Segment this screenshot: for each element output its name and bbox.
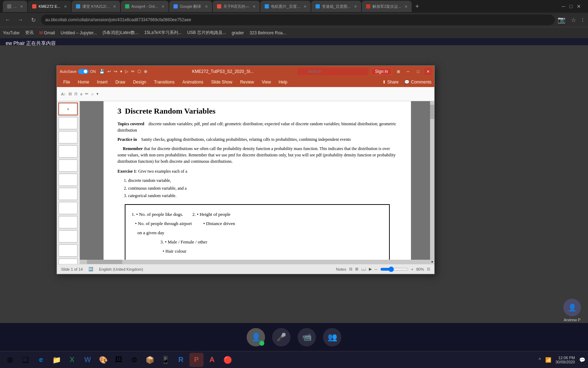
system-expand-icon[interactable]: ^ <box>539 357 541 363</box>
app2-button[interactable]: 📦 <box>143 353 157 367</box>
tab-close-2[interactable]: ✕ <box>64 5 67 8</box>
tab-1[interactable]: ... ✕ <box>3 1 27 12</box>
powerpoint-button[interactable]: P <box>189 353 204 367</box>
slide-thumb-8[interactable] <box>58 202 78 214</box>
maximize-browser[interactable]: □ <box>568 4 574 9</box>
ribbon-tool-6[interactable]: ○ <box>90 92 95 96</box>
tab-8[interactable]: 变速箱_百度图... ✕ <box>311 1 361 12</box>
bookmark-grader[interactable]: grader <box>232 30 244 35</box>
tab-close-4[interactable]: ✕ <box>161 5 164 8</box>
tab-close-5[interactable]: ✕ <box>205 5 208 8</box>
ribbon-tool-4[interactable]: ≡ <box>79 92 84 96</box>
tab-3[interactable]: 课堂 KYA212/... ✕ <box>72 1 120 12</box>
microphone-button[interactable]: 🎤 <box>272 328 290 346</box>
comments-button[interactable]: 💬 Comments <box>404 80 431 85</box>
presenter-view-icon[interactable]: ▶ <box>369 267 372 271</box>
present-icon[interactable]: ▷ <box>124 68 129 75</box>
bookmark-star-icon[interactable]: ☆ <box>571 17 576 23</box>
save-icon[interactable]: 💾 <box>99 68 105 75</box>
photos-button[interactable]: 🖼 <box>112 353 126 367</box>
pen-icon[interactable]: ✏ <box>130 68 135 75</box>
network-icon[interactable]: 📶 <box>545 357 551 363</box>
tab-close-6[interactable]: ✕ <box>253 5 255 8</box>
redo-icon[interactable]: ↪ <box>113 68 118 75</box>
new-tab-button[interactable]: + <box>412 3 422 10</box>
slide-thumb-3[interactable] <box>58 131 78 144</box>
tab-close-3[interactable]: ✕ <box>113 5 116 8</box>
ribbon-tool-2[interactable]: ⊟ <box>67 92 73 96</box>
tab-7[interactable]: 电机图片_百度... ✕ <box>260 1 310 12</box>
files-button[interactable]: 📁 <box>49 353 64 367</box>
ribbon-tab-file[interactable]: File <box>60 78 74 86</box>
task-view-button[interactable]: ❑ <box>18 353 33 367</box>
close-browser[interactable]: ✕ <box>575 4 582 9</box>
ribbon-tab-draw[interactable]: Draw <box>112 78 129 86</box>
ppt-search-input[interactable] <box>298 68 368 75</box>
horizontal-scrollbar[interactable] <box>80 260 430 264</box>
ribbon-tab-help[interactable]: Help <box>275 78 291 86</box>
bookmark-latex1[interactable]: (5条消息)Latex数... <box>102 30 139 36</box>
ribbon-tab-design[interactable]: Design <box>129 78 149 86</box>
signin-button[interactable]: Sign in <box>371 68 392 75</box>
ribbon-tool-5[interactable]: ✏ <box>84 92 90 96</box>
ppt-minimize-button[interactable]: ─ <box>405 68 412 75</box>
grid-view-icon[interactable]: ⊞ <box>355 267 358 271</box>
slide-canvas-area[interactable]: 3 Discrete Random Variables Topics cover… <box>80 101 434 264</box>
andrew-avatar[interactable]: 👤 Andrew P <box>563 299 581 322</box>
ribbon-tab-review[interactable]: Review <box>236 78 257 86</box>
tab-close-8[interactable]: ✕ <box>354 5 357 8</box>
start-button[interactable]: ⊞ <box>3 353 17 367</box>
scroll-down-arrow[interactable]: ▼ <box>430 260 434 264</box>
slide-thumb-5[interactable] <box>58 159 78 172</box>
ribbon-tool-1[interactable]: A↑ <box>60 92 67 96</box>
forward-button[interactable]: → <box>16 15 25 25</box>
slide-thumb-9[interactable] <box>58 216 78 229</box>
camera-toggle-button[interactable]: 📹 <box>298 328 316 346</box>
slide-thumb-2[interactable] <box>58 117 78 130</box>
ribbon-tab-slideshow[interactable]: Slide Show <box>207 78 236 86</box>
expand-icon[interactable]: ⊕ <box>143 68 148 75</box>
slide-thumb-1[interactable]: 3 <box>58 103 78 115</box>
bookmark-youtube[interactable]: YouTube <box>3 30 19 35</box>
back-button[interactable]: ← <box>3 15 13 25</box>
tab-close-9[interactable]: ✕ <box>405 5 407 8</box>
notes-button[interactable]: Notes <box>336 267 346 271</box>
bookmark-gmail[interactable]: M Gmail <box>39 30 55 35</box>
ribbon-tab-insert[interactable]: Insert <box>93 78 111 86</box>
bookmark-belmore[interactable]: 323 Belmore Roa... <box>249 30 286 35</box>
undo-icon[interactable]: ↩ <box>107 68 112 75</box>
user-profile-button[interactable]: 👤 <box>247 328 265 346</box>
scrollbar-thumb-h[interactable] <box>87 260 122 264</box>
ribbon-tool-3[interactable]: Π <box>73 92 79 96</box>
camera-icon[interactable]: 📷 <box>558 16 565 24</box>
r-button[interactable]: R <box>174 353 188 367</box>
settings-icon[interactable]: ⋮ <box>580 17 585 23</box>
slide-thumb-11[interactable] <box>58 244 78 257</box>
slide-thumb-4[interactable] <box>58 145 78 158</box>
bookmark-news[interactable]: 资讯 <box>25 30 34 36</box>
slide-thumbnails-panel[interactable]: 1 3 2 3 4 5 <box>57 101 80 264</box>
tab-9[interactable]: 解放军2架次运... ✕ <box>362 1 412 12</box>
shapes-icon[interactable]: ⬡ <box>137 68 142 75</box>
bookmark-usb[interactable]: USB 芯片的电路及... <box>187 30 226 36</box>
minimize-browser[interactable]: ─ <box>560 4 567 9</box>
vertical-scrollbar[interactable]: ▼ <box>430 101 434 264</box>
word-button[interactable]: W <box>81 353 95 367</box>
paint-button[interactable]: 🎨 <box>96 353 110 367</box>
address-input[interactable]: au.bbcollab.com/collab/ui/session/join/4… <box>41 15 555 25</box>
share-button[interactable]: ⬆ Share <box>382 80 399 85</box>
acrobat-button[interactable]: A <box>205 353 219 367</box>
tab-4[interactable]: Assign4 - Onl... ✕ <box>121 1 169 12</box>
ribbon-tab-home[interactable]: Home <box>74 78 93 86</box>
tab-5[interactable]: Google 翻译 ✕ <box>169 1 212 12</box>
participants-button[interactable]: 👥 <box>323 328 341 346</box>
tab-close-7[interactable]: ✕ <box>304 5 306 8</box>
tab-close-1[interactable]: ✕ <box>20 5 23 8</box>
tab-6[interactable]: 关于R语言的— ✕ <box>213 1 260 12</box>
slide-view-icon[interactable]: ⊟ <box>349 267 352 271</box>
grid-view-icon[interactable]: ⊞ <box>395 68 402 75</box>
ribbon-tab-animations[interactable]: Animations <box>179 78 207 86</box>
refresh-button[interactable]: ↻ <box>28 15 38 25</box>
more-icon[interactable]: ▾ <box>119 68 123 75</box>
bookmark-jupyter[interactable]: Untitled – Jupyter... <box>61 30 97 35</box>
